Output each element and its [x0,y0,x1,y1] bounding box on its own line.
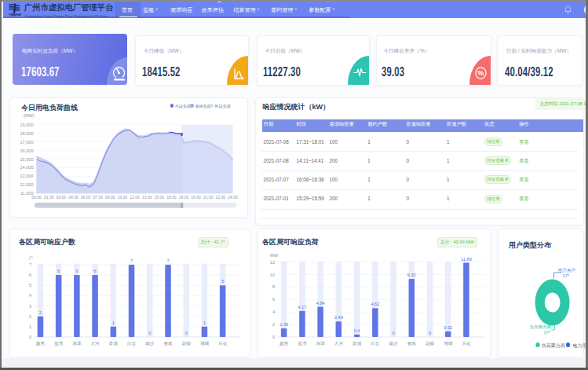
svg-text:MW: MW [270,253,279,258]
svg-text:0.4: 0.4 [353,328,360,333]
svg-text:12: 12 [269,260,274,265]
svg-text:荔湾: 荔湾 [54,341,64,346]
svg-text:1: 1 [29,324,31,329]
svg-text:7: 7 [29,262,31,267]
svg-text:18:00: 18:00 [179,195,189,200]
svg-text:03:00: 03:00 [56,195,66,200]
svg-text:从化: 从化 [462,341,471,346]
svg-text:10:30: 10:30 [117,195,127,200]
svg-text:番禺: 番禺 [407,341,415,346]
svg-text:07:30: 07:30 [93,195,103,200]
svg-text:16,000: 16,000 [20,148,33,153]
svg-text:海珠: 海珠 [72,341,82,346]
svg-text:6: 6 [93,269,96,273]
svg-text:13:30: 13:30 [142,195,152,200]
svg-text:3户: 3户 [543,330,550,335]
svg-text:花都: 花都 [181,341,191,346]
svg-text:4: 4 [29,293,31,298]
svg-text:0: 0 [148,331,151,335]
svg-text:9.32: 9.32 [407,273,415,277]
svg-text:0: 0 [272,335,274,339]
svg-text:16:30: 16:30 [166,195,177,200]
svg-text:1: 1 [203,321,206,325]
svg-text:增城: 增城 [200,341,210,346]
svg-text:2.49: 2.49 [334,315,342,320]
svg-text:22:30: 22:30 [215,195,225,200]
svg-text:7: 7 [166,258,169,263]
svg-text:荔湾: 荔湾 [298,341,307,346]
svg-text:21:00: 21:00 [203,195,214,200]
svg-text:6: 6 [75,269,78,273]
svg-text:24:00: 24:00 [228,195,238,200]
svg-text:电力用户: 电力用户 [573,343,587,349]
svg-text:8: 8 [272,284,274,289]
svg-text:1: 1 [112,321,115,325]
svg-text:12,000: 12,000 [20,182,33,187]
svg-text:00:00: 00:00 [31,195,42,200]
svg-text:6: 6 [29,273,31,277]
svg-text:越秀: 越秀 [279,341,289,346]
svg-text:17,000: 17,000 [20,140,33,145]
svg-text:06:00: 06:00 [81,195,91,200]
svg-text:南沙: 南沙 [389,341,398,346]
svg-text:南沙: 南沙 [145,341,155,346]
svg-text:7: 7 [130,258,133,263]
svg-text:6: 6 [272,297,274,302]
svg-text:4: 4 [272,310,274,314]
svg-text:13,000: 13,000 [20,174,33,178]
svg-text:4.84: 4.84 [316,301,324,306]
svg-text:越秀: 越秀 [36,341,46,346]
svg-text:5: 5 [221,279,224,284]
svg-text:天河: 天河 [90,341,100,346]
svg-text:14,000: 14,000 [20,165,33,170]
svg-text:0.92: 0.92 [444,325,452,330]
svg-text:4.17: 4.17 [298,305,306,310]
svg-text:花都: 花都 [425,341,434,346]
svg-text:12:00: 12:00 [130,195,140,200]
svg-text:0: 0 [184,331,187,335]
svg-text:15:00: 15:00 [154,195,164,200]
svg-text:09:00: 09:00 [105,195,115,200]
svg-text:增城: 增城 [444,341,453,346]
svg-text:11.89: 11.89 [461,257,472,262]
svg-text:从化: 从化 [218,341,228,346]
svg-text:负荷聚合商: 负荷聚合商 [530,324,552,330]
svg-text:04:30: 04:30 [68,195,79,200]
svg-text:19:30: 19:30 [191,195,201,200]
svg-text:中国南方电网: 中国南方电网 [9,13,21,16]
svg-text:10: 10 [269,273,274,277]
svg-text:18,000: 18,000 [20,131,33,136]
svg-text:1.39: 1.39 [279,322,288,327]
svg-text:2: 2 [29,314,31,319]
svg-text:(MW): (MW) [24,113,35,118]
svg-text:0: 0 [428,331,430,335]
svg-text:黄埔: 黄埔 [352,341,362,346]
svg-text:2: 2 [39,310,42,315]
svg-text:0户: 0户 [563,273,570,278]
svg-text:5: 5 [29,283,31,288]
svg-text:2: 2 [272,322,274,327]
svg-text:白云: 白云 [127,341,137,346]
svg-text:%: % [477,69,484,77]
svg-text:15,000: 15,000 [20,157,33,162]
svg-text:白云: 白云 [371,341,380,346]
svg-text:番禺: 番禺 [163,341,172,346]
svg-text:电力用户: 电力用户 [558,268,575,273]
svg-text:01:30: 01:30 [44,195,54,200]
svg-text:户: 户 [28,255,33,260]
svg-text:0: 0 [29,335,31,339]
svg-text:海珠: 海珠 [316,341,325,346]
svg-text:0: 0 [392,331,394,335]
svg-text:6: 6 [57,269,60,273]
svg-text:4.62: 4.62 [371,302,379,306]
svg-text:天河: 天河 [334,341,343,346]
svg-text:负荷聚合商: 负荷聚合商 [542,343,565,349]
svg-text:3: 3 [29,304,31,309]
svg-text:19,000: 19,000 [20,123,33,127]
svg-text:黄埔: 黄埔 [108,341,119,346]
